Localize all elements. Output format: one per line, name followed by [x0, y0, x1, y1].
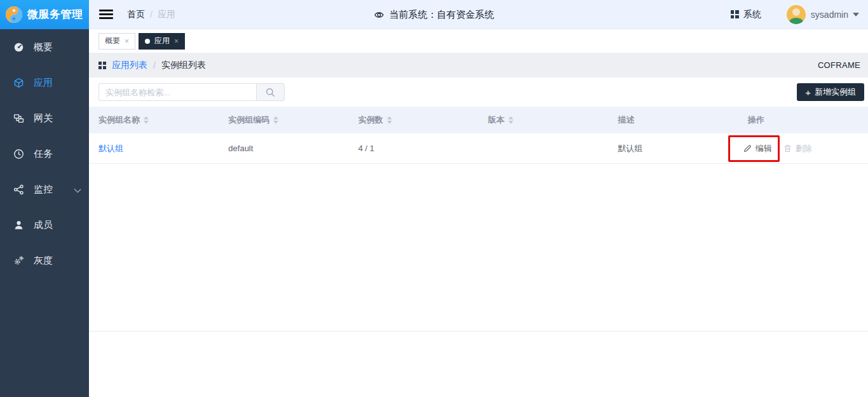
- topbar-right: 系统 sysadmin: [731, 5, 868, 24]
- task-clock-icon: [13, 149, 24, 159]
- edit-button[interactable]: 编辑: [743, 143, 772, 154]
- sidebar-item-applications[interactable]: 应用: [0, 65, 89, 100]
- cell-group-name[interactable]: 默认组: [89, 143, 219, 154]
- column-label: 实例组编码: [228, 114, 269, 126]
- current-system-indicator: 当前系统：自有资金系统: [374, 0, 494, 29]
- app-title: 微服务管理: [27, 7, 83, 22]
- trash-icon: [783, 144, 792, 152]
- tab-applications[interactable]: 应用 ×: [139, 33, 185, 50]
- eye-icon: [374, 11, 384, 19]
- username[interactable]: sysadmin: [811, 10, 848, 20]
- app-logo: 微服务管理: [0, 0, 89, 29]
- column-header-actions: 操作: [738, 114, 868, 126]
- close-icon[interactable]: ×: [125, 37, 129, 46]
- cell-actions: 编辑 删除: [738, 143, 868, 154]
- module-grid-icon: [98, 62, 106, 69]
- cell-instance-count: 4 / 1: [349, 144, 478, 153]
- tab-overview[interactable]: 概要 ×: [98, 33, 135, 50]
- column-header-description: 描述: [608, 114, 738, 126]
- column-header-name[interactable]: 实例组名称: [89, 114, 219, 126]
- member-icon: [13, 220, 24, 231]
- column-label: 版本: [488, 114, 505, 126]
- page-breadcrumb-bar: 应用列表 / 实例组列表 COFRAME: [89, 53, 868, 77]
- sort-icon[interactable]: [144, 116, 149, 124]
- user-dropdown-caret-icon[interactable]: [853, 13, 859, 17]
- sort-icon[interactable]: [508, 116, 513, 124]
- system-grid-icon[interactable]: [731, 10, 739, 18]
- column-header-instance-count[interactable]: 实例数: [349, 114, 478, 126]
- sidebar-item-overview[interactable]: 概要: [0, 29, 89, 65]
- sidebar: 概要 应用 网关 任务 监控: [0, 29, 89, 397]
- sidebar-item-label: 监控: [34, 184, 53, 196]
- dashboard-icon: [13, 42, 24, 53]
- search-icon: [266, 88, 275, 97]
- active-dot-icon: [145, 39, 150, 44]
- breadcrumb-home[interactable]: 首页: [127, 9, 145, 20]
- sidebar-item-gray-release[interactable]: 灰度: [0, 243, 89, 278]
- content-bottom-divider: [89, 164, 868, 332]
- breadcrumb-app-list[interactable]: 应用列表: [112, 60, 147, 71]
- topbar: 微服务管理 首页 / 应用 当前系统：自有资金系统 系统 sysadmin: [0, 0, 868, 29]
- current-system-label: 当前系统：自有资金系统: [390, 9, 494, 21]
- sidebar-item-label: 应用: [34, 77, 53, 89]
- logo-swirl-icon: [4, 5, 24, 24]
- column-label: 实例组名称: [98, 114, 140, 126]
- sidebar-item-label: 灰度: [34, 255, 53, 267]
- column-header-code[interactable]: 实例组编码: [219, 114, 348, 126]
- gray-release-icon: [13, 255, 24, 266]
- hamburger-menu-icon[interactable]: [99, 10, 113, 19]
- delete-button[interactable]: 删除: [783, 143, 812, 154]
- table-row: 默认组 default 4 / 1 默认组 编辑 删除: [89, 133, 868, 164]
- breadcrumb-current: 应用: [158, 9, 175, 20]
- breadcrumb-separator: /: [153, 60, 156, 71]
- cell-description: 默认组: [608, 143, 738, 154]
- toolbar: + 新增实例组: [89, 77, 868, 107]
- edit-label: 编辑: [756, 143, 772, 154]
- brand-label: COFRAME: [818, 60, 860, 70]
- breadcrumb-separator: /: [150, 10, 153, 20]
- sidebar-item-monitoring[interactable]: 监控: [0, 172, 89, 207]
- tab-label: 应用: [154, 36, 170, 46]
- sidebar-item-members[interactable]: 成员: [0, 207, 89, 243]
- system-menu[interactable]: 系统: [743, 9, 761, 20]
- sidebar-item-label: 网关: [34, 112, 53, 124]
- search-input[interactable]: [98, 83, 256, 101]
- sidebar-item-label: 任务: [34, 148, 53, 160]
- table-header: 实例组名称 实例组编码 实例数 版本 描述 操作: [89, 107, 868, 133]
- sort-icon[interactable]: [387, 116, 392, 124]
- sidebar-item-label: 概要: [34, 41, 53, 53]
- sidebar-item-tasks[interactable]: 任务: [0, 136, 89, 172]
- pencil-icon: [743, 144, 752, 152]
- cell-group-code: default: [219, 144, 348, 153]
- avatar[interactable]: [787, 5, 806, 24]
- breadcrumb-instance-group-list: 实例组列表: [161, 60, 206, 71]
- plus-icon: +: [805, 88, 811, 97]
- column-header-version[interactable]: 版本: [478, 114, 608, 126]
- main-content: 概要 × 应用 × 应用列表 / 实例组列表 COFRAME + 新增实例组: [89, 29, 868, 397]
- column-label: 实例数: [358, 114, 383, 126]
- gateway-icon: [13, 113, 24, 124]
- tab-bar: 概要 × 应用 ×: [89, 29, 868, 53]
- add-instance-group-button[interactable]: + 新增实例组: [797, 83, 864, 101]
- chevron-down-icon[interactable]: [74, 186, 81, 193]
- delete-label: 删除: [796, 143, 812, 154]
- sidebar-item-gateway[interactable]: 网关: [0, 100, 89, 136]
- sidebar-item-label: 成员: [34, 219, 53, 231]
- tab-label: 概要: [105, 36, 120, 46]
- sort-icon[interactable]: [273, 116, 278, 124]
- column-label: 操作: [748, 114, 764, 126]
- add-button-label: 新增实例组: [815, 86, 856, 98]
- close-icon[interactable]: ×: [174, 37, 179, 46]
- app-cube-icon: [13, 77, 24, 88]
- column-label: 描述: [618, 114, 634, 126]
- breadcrumb: 首页 / 应用: [127, 9, 175, 20]
- monitor-nodes-icon: [13, 184, 24, 195]
- search-button[interactable]: [256, 83, 285, 101]
